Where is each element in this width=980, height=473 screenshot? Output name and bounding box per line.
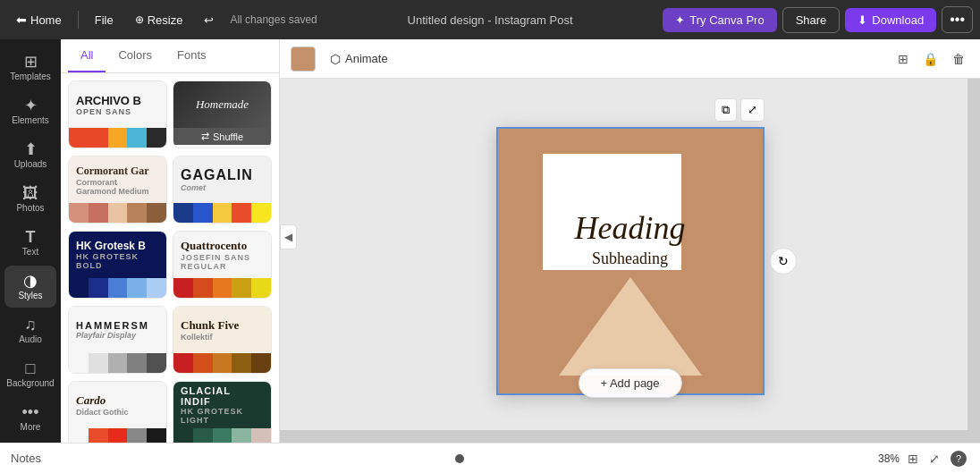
color-swatch: [173, 278, 193, 298]
elements-icon: ✦: [24, 97, 38, 114]
style-card-heading: Cardo: [76, 393, 106, 408]
shuffle-icon: ⇄: [201, 131, 209, 142]
grid-icon: ⊞: [908, 452, 918, 466]
add-page-button[interactable]: + Add page: [578, 368, 681, 398]
style-card-homemade[interactable]: Homemade ⇄ Shuffle: [173, 80, 272, 148]
sidebar-item-label: Photos: [16, 203, 44, 213]
color-swatch: [69, 353, 89, 373]
sidebar-item-styles[interactable]: ◑ Styles: [4, 266, 56, 308]
sidebar-item-templates[interactable]: ⊞ Templates: [4, 46, 56, 89]
horizontal-scrollbar[interactable]: [280, 430, 967, 443]
page-grid-button[interactable]: ⊞: [905, 449, 921, 469]
fill-color-swatch[interactable]: [291, 46, 316, 72]
style-card-gagalin[interactable]: GAGALIN Comet: [173, 156, 272, 224]
styles-panel: All Colors Fonts ARCHIVO B OPEN SANS: [61, 39, 280, 443]
canvas-subheading-text: Subheading: [592, 249, 668, 268]
share-button[interactable]: Share: [782, 7, 841, 33]
sidebar-item-text[interactable]: T Text: [4, 222, 56, 264]
sidebar-item-label: Styles: [18, 291, 42, 300]
tab-colors[interactable]: Colors: [106, 39, 165, 72]
lock-button[interactable]: 🔒: [918, 47, 942, 71]
style-card-heading: HAMMERSM: [76, 320, 149, 331]
style-card-subheading: Playfair Display: [76, 331, 136, 340]
style-card-colors: [69, 278, 166, 298]
notes-label[interactable]: Notes: [11, 452, 41, 465]
color-swatch: [193, 278, 213, 298]
home-button[interactable]: ⬅ Home: [7, 8, 71, 31]
canvas-expand-button[interactable]: ⤢: [740, 98, 765, 122]
canvas-wrapper: ⧉ ⤢ Heading Subheading ↻: [496, 127, 765, 395]
style-card-subheading: Comet: [181, 183, 206, 192]
file-button[interactable]: File: [86, 9, 122, 31]
tab-fonts[interactable]: Fonts: [165, 39, 219, 72]
zoom-level: 38%: [878, 452, 900, 465]
color-swatch: [127, 428, 147, 443]
try-canva-pro-button[interactable]: ✦ Try Canva Pro: [663, 8, 776, 32]
style-card-shuffle-area: Homemade: [173, 81, 271, 128]
help-icon: ?: [950, 451, 967, 467]
align-icon: ⊞: [898, 52, 908, 66]
canvas-refresh-button[interactable]: ↻: [770, 248, 797, 275]
style-card-cardo[interactable]: Cardo Didact Gothic: [68, 381, 167, 443]
color-swatch: [147, 278, 166, 298]
shuffle-button[interactable]: ⇄ Shuffle: [173, 128, 271, 145]
style-card-hk-grotesk[interactable]: HK Grotesk B HK GROTESK BOLD: [68, 231, 167, 299]
color-swatch: [213, 353, 232, 373]
star-icon: ✦: [675, 13, 685, 27]
expand-icon: ⤢: [748, 103, 757, 116]
fullscreen-button[interactable]: ⤢: [926, 449, 942, 469]
style-card-hammersm[interactable]: HAMMERSM Playfair Display: [68, 306, 167, 374]
bottom-right-controls: 38% ⊞ ⤢ ?: [878, 448, 969, 469]
vertical-scrollbar[interactable]: [967, 79, 980, 443]
style-card-colors: [69, 353, 166, 373]
animate-button[interactable]: ⬡ Animate: [323, 47, 395, 71]
panel-tabs: All Colors Fonts: [61, 39, 279, 73]
style-card-colors: [69, 128, 166, 148]
sidebar-item-elements[interactable]: ✦ Elements: [4, 90, 56, 132]
color-swatch: [213, 278, 232, 298]
sidebar-item-label: Audio: [19, 334, 42, 344]
animate-icon: ⬡: [330, 52, 341, 66]
color-swatch: [251, 203, 271, 223]
download-button[interactable]: ⬇ Download: [845, 8, 936, 32]
style-card-chunk-five[interactable]: Chunk Five Kollektif: [173, 306, 272, 374]
style-card-colors: [173, 428, 271, 443]
top-navigation: ⬅ Home File ⊕ Resize ↩ All changes saved…: [0, 0, 980, 39]
sidebar-item-more[interactable]: ••• More: [4, 397, 56, 439]
page-dot: [455, 454, 464, 463]
style-card-glacial[interactable]: GLACIAL INDIF HK GROTESK LIGHT: [173, 381, 272, 443]
resize-button[interactable]: ⊕ Resize: [126, 9, 192, 31]
style-card-subheading: Cormorant Garamond Medium: [76, 178, 159, 196]
color-swatch: [108, 203, 128, 223]
style-card-cormorant[interactable]: Cormorant Gar Cormorant Garamond Medium: [68, 156, 167, 224]
color-swatch: [193, 203, 213, 223]
style-card-quattrocento[interactable]: Quattrocento JOSEFIN SANS REGULAR: [173, 231, 272, 299]
design-canvas[interactable]: Heading Subheading: [496, 127, 765, 395]
help-button[interactable]: ?: [948, 448, 969, 469]
style-card-subheading: JOSEFIN SANS REGULAR: [181, 253, 264, 271]
canvas-copy-button[interactable]: ⧉: [714, 98, 737, 122]
color-swatch: [108, 128, 128, 148]
sidebar-item-uploads[interactable]: ⬆ Uploads: [4, 134, 56, 176]
left-sidebar: ⊞ Templates ✦ Elements ⬆ Uploads 🖼 Photo…: [0, 39, 61, 443]
home-icon: ⬅: [16, 13, 27, 27]
style-card-row-4: HAMMERSM Playfair Display Chunk Five: [68, 306, 272, 374]
color-swatch: [173, 203, 193, 223]
sidebar-item-photos[interactable]: 🖼 Photos: [4, 178, 56, 220]
align-button[interactable]: ⊞: [893, 47, 913, 71]
bottom-bar: Notes 38% ⊞ ⤢ ?: [0, 443, 980, 473]
templates-icon: ⊞: [24, 54, 38, 70]
sidebar-item-audio[interactable]: ♫ Audio: [4, 309, 56, 351]
color-swatch: [232, 428, 251, 443]
style-card-archivo[interactable]: ARCHIVO B OPEN SANS: [68, 80, 167, 148]
download-icon: ⬇: [858, 13, 867, 27]
sidebar-item-background[interactable]: □ Background: [4, 353, 56, 395]
undo-button[interactable]: ↩: [195, 9, 223, 31]
main-area: ⊞ Templates ✦ Elements ⬆ Uploads 🖼 Photo…: [0, 39, 980, 443]
more-options-button[interactable]: •••: [942, 6, 973, 33]
color-swatch: [232, 203, 251, 223]
tab-all[interactable]: All: [68, 39, 106, 72]
delete-button[interactable]: 🗑: [948, 47, 969, 71]
color-swatch: [147, 128, 166, 148]
nav-divider-1: [78, 11, 79, 29]
